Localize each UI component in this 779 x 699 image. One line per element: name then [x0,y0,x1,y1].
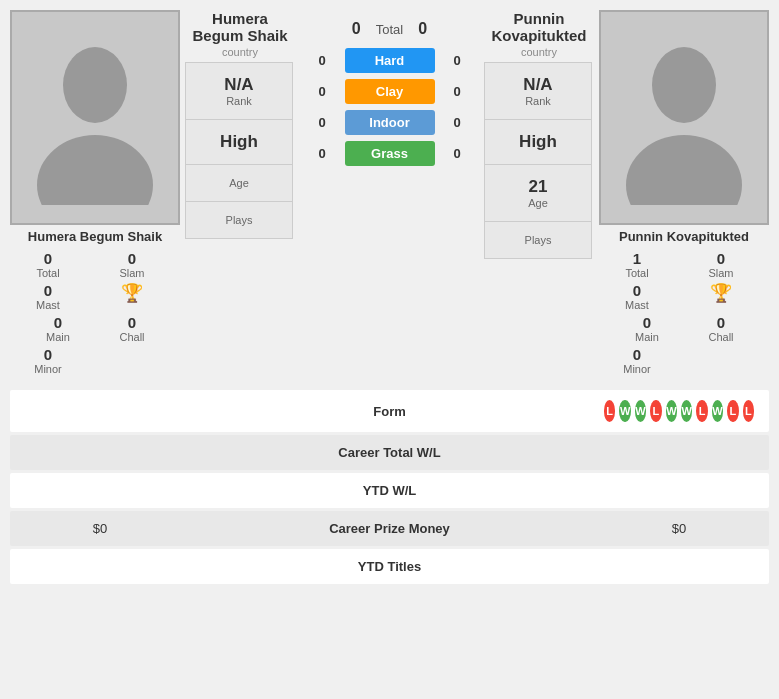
player1-photo: Humera Begum Shaik 0 Total 0 Slam 0 Mast… [10,10,180,375]
player2-rank-lbl: Rank [525,95,551,107]
form-badge-l: L [650,400,661,422]
form-badge-w: W [666,400,677,422]
indoor-row: 0 Indoor 0 [295,110,484,135]
player1-age-row: Age [186,165,292,202]
player2-total-label: Total [599,267,675,279]
player1-high-row: High [186,120,292,165]
hard-left: 0 [310,53,335,68]
player2-name: Punnin Kovapitukted [599,229,769,244]
svg-point-0 [63,47,127,123]
player2-country: country [484,46,594,58]
player2-rank-row: N/A Rank [485,63,591,120]
player1-mast-stat: 0 Mast [10,282,86,311]
player1-main-value: 0 [30,314,86,331]
player2-high-val: High [519,132,557,152]
player1-mast-value: 0 [10,282,86,299]
grass-button[interactable]: Grass [345,141,435,166]
bottom-section: Form LWWLWWLWLL Career Total W/L YTD W/L… [10,390,769,584]
player1-plays-row: Plays [186,202,292,238]
player1-total-value: 0 [10,250,86,267]
player2-mast-value: 0 [599,282,675,299]
player-comparison: Humera Begum Shaik 0 Total 0 Slam 0 Mast… [0,0,779,385]
indoor-left: 0 [310,115,335,130]
player1-name-display: HumeraBegum Shaik [185,10,295,44]
player2-plays-row: Plays [485,222,591,258]
ytd-wl-label: YTD W/L [175,483,604,498]
player1-slam-stat: 0 Slam [94,250,170,279]
player2-chall-stat: 0 Chall [683,314,759,343]
prize-row: $0 Career Prize Money $0 [10,511,769,546]
player2-age-val: 21 [529,177,548,197]
ytd-titles-row: YTD Titles [10,549,769,584]
player1-mast-label: Mast [10,299,86,311]
player1-minor-label: Minor [10,363,86,375]
player2-high-row: High [485,120,591,165]
player2-total-value: 1 [599,250,675,267]
player2-name-display: PunninKovapitukted [484,10,594,44]
form-badge-l: L [604,400,615,422]
player2-slam-label: Slam [683,267,759,279]
form-badge-l: L [696,400,707,422]
player2-age-lbl: Age [528,197,548,209]
form-badges-container: LWWLWWLWLL [604,400,754,422]
player2-photo: Punnin Kovapitukted 1 Total 0 Slam 0 Mas… [599,10,769,375]
prize-left: $0 [25,521,175,536]
player2-photo-box [599,10,769,225]
player1-slam-value: 0 [94,250,170,267]
player2-slam-stat: 0 Slam [683,250,759,279]
player2-minor-label: Minor [599,363,675,375]
player1-photo-box [10,10,180,225]
player1-high-val: High [220,132,258,152]
player2-minor-stat: 0 Minor [599,346,675,375]
total-row: 0 Total 0 [352,10,427,48]
player1-trophy-icon: 🏆 [121,282,143,304]
svg-point-2 [652,47,716,123]
form-badge-w: W [712,400,723,422]
player1-rank-lbl: Rank [226,95,252,107]
player1-chall-stat: 0 Chall [94,314,170,343]
player2-info-panel: PunninKovapitukted country N/A Rank High… [484,10,594,259]
form-badges: LWWLWWLWLL [604,400,754,422]
player2-main-value: 0 [619,314,675,331]
clay-row: 0 Clay 0 [295,79,484,104]
form-label: Form [175,404,604,419]
career-total-row: Career Total W/L [10,435,769,470]
player2-slam-value: 0 [683,250,759,267]
center-column: 0 Total 0 0 Hard 0 0 Clay 0 [295,10,484,166]
total-score-right: 0 [418,20,427,38]
total-score-left: 0 [352,20,361,38]
player2-rank-val: N/A [523,75,552,95]
player1-minor-stat: 0 Minor [10,346,86,375]
player2-total-stat: 1 Total [599,250,675,279]
form-badge-w: W [681,400,692,422]
player2-trophy: 🏆 [683,282,759,311]
indoor-right: 0 [445,115,470,130]
form-badge-w: W [619,400,630,422]
player2-age-row: 21 Age [485,165,591,222]
indoor-button[interactable]: Indoor [345,110,435,135]
prize-label: Career Prize Money [175,521,604,536]
player1-main-label: Main [30,331,86,343]
hard-button[interactable]: Hard [345,48,435,73]
player2-main-stat: 0 Main [619,314,675,343]
player1-stats-box: N/A Rank High Age Plays [185,62,293,239]
player1-trophy: 🏆 [94,282,170,311]
player1-total-label: Total [10,267,86,279]
court-buttons: 0 Hard 0 0 Clay 0 0 Indoor 0 [295,48,484,166]
career-total-label: Career Total W/L [175,445,604,460]
player2-stats-box: N/A Rank High 21 Age Plays [484,62,592,259]
form-badge-l: L [727,400,738,422]
clay-button[interactable]: Clay [345,79,435,104]
player1-rank-val: N/A [224,75,253,95]
player1-chall-label: Chall [94,331,170,343]
ytd-titles-label: YTD Titles [175,559,604,574]
player1-total-stat: 0 Total [10,250,86,279]
clay-left: 0 [310,84,335,99]
svg-point-3 [626,135,742,205]
player2-chall-label: Chall [683,331,759,343]
grass-row: 0 Grass 0 [295,141,484,166]
grass-left: 0 [310,146,335,161]
player1-plays-lbl: Plays [226,214,253,226]
player2-main-label: Main [619,331,675,343]
player1-name: Humera Begum Shaik [10,229,180,244]
